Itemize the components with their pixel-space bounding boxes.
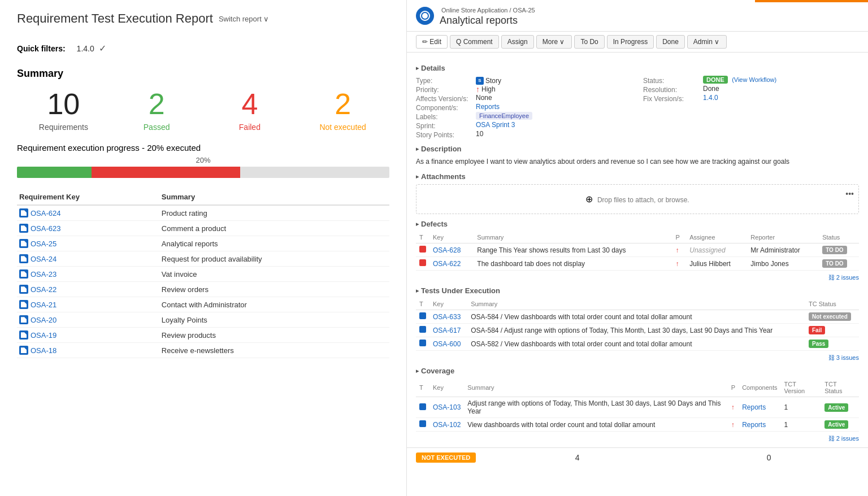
view-workflow-link[interactable]: (View Workflow): [732, 76, 776, 83]
attachments-section-header[interactable]: Attachments: [416, 172, 859, 181]
test-status-cell: Fail: [805, 324, 859, 337]
cov-tct-status-cell: Active: [821, 418, 859, 432]
cov-type-cell: [416, 418, 429, 432]
defects-section-header[interactable]: Defects: [416, 220, 859, 228]
priority-value: ↑ High: [476, 85, 496, 94]
edit-button[interactable]: ✏ Edit: [416, 35, 448, 49]
req-key-cell[interactable]: OSA-25: [17, 236, 159, 251]
req-icon: [19, 315, 28, 324]
test-key-cell[interactable]: OSA-617: [429, 324, 467, 337]
tests-col-t: T: [416, 298, 429, 310]
status-value: DONE (View Workflow): [703, 76, 776, 84]
attachments-drop-zone[interactable]: ••• ⊕ Drop files to attach, or browse.: [416, 184, 859, 214]
req-summary-cell: Product rating: [159, 205, 389, 221]
test-summary-cell: OSA-584 / View dashboards with total ord…: [467, 310, 805, 324]
coverage-issues-link[interactable]: ⛓ 2 issues: [416, 435, 859, 442]
status-label: Status:: [643, 76, 700, 85]
component-label: Component/s:: [416, 103, 472, 112]
drop-text: Drop files to attach, or browse.: [597, 196, 689, 204]
defects-issues-link[interactable]: ⛓ 2 issues: [416, 274, 859, 281]
table-row: OSA-25 Analytical reports: [17, 236, 389, 251]
description-section-header[interactable]: Description: [416, 145, 859, 153]
defect-type-cell: [416, 257, 429, 271]
details-section-header[interactable]: Details: [416, 64, 859, 72]
req-key-cell[interactable]: OSA-20: [17, 312, 159, 328]
req-icon: [19, 269, 28, 279]
defects-col-reporter: Reporter: [747, 232, 819, 243]
tests-section-header[interactable]: Tests Under Execution: [416, 286, 859, 295]
attachments-more-button[interactable]: •••: [845, 189, 854, 198]
breadcrumb[interactable]: Online Store Application / OSA-25: [440, 7, 859, 14]
table-row: OSA-23 Vat invoice: [17, 267, 389, 282]
coverage-section-header[interactable]: Coverage: [416, 367, 859, 375]
assign-button[interactable]: Assign: [501, 35, 534, 49]
req-key-cell[interactable]: OSA-18: [17, 343, 159, 358]
cov-key-cell[interactable]: OSA-103: [429, 397, 464, 418]
req-icon: [19, 224, 28, 233]
cov-tct-version-cell: 1: [781, 397, 822, 418]
req-key-cell[interactable]: OSA-624: [17, 205, 159, 221]
in-progress-button[interactable]: In Progress: [607, 35, 654, 49]
cov-summary-cell: Adjust range with options of Today, This…: [464, 397, 727, 418]
req-key-cell[interactable]: OSA-23: [17, 267, 159, 282]
stat-label-requirements: Requirements: [17, 123, 110, 132]
req-key-cell[interactable]: OSA-21: [17, 297, 159, 312]
more-button[interactable]: More ∨: [536, 35, 572, 49]
req-summary-cell: Loyalty Points: [159, 312, 389, 328]
stat-number-not-executed: 2: [296, 88, 389, 120]
resolution-label: Resolution:: [643, 85, 700, 94]
admin-button[interactable]: Admin ∨: [687, 35, 727, 49]
tests-issues-link[interactable]: ⛓ 3 issues: [416, 354, 859, 361]
jira-toolbar: ✏ Edit Q Comment Assign More ∨ To Do In …: [407, 32, 868, 53]
quick-filters: Quick filters: 1.4.0 ✓: [17, 43, 389, 54]
cov-col-p: P: [728, 378, 739, 397]
blue-test-icon: [419, 340, 426, 346]
req-key-cell[interactable]: OSA-623: [17, 221, 159, 236]
story-points-value: 10: [476, 130, 483, 138]
req-icon: [19, 239, 28, 248]
defect-key-cell[interactable]: OSA-622: [429, 257, 474, 271]
todo-button[interactable]: To Do: [574, 35, 604, 49]
req-key-cell[interactable]: OSA-19: [17, 328, 159, 343]
cov-col-summary: Summary: [464, 378, 727, 397]
table-row: OSA-633 OSA-584 / View dashboards with t…: [416, 310, 859, 324]
defect-key-cell[interactable]: OSA-628: [429, 243, 474, 257]
req-icon: [19, 208, 28, 217]
comment-button[interactable]: Q Comment: [450, 35, 499, 49]
cov-key-cell[interactable]: OSA-102: [429, 418, 464, 432]
req-icon: [19, 300, 28, 309]
description-text: As a finance employee I want to view ana…: [416, 156, 859, 167]
req-summary-cell: Receive e-newsletters: [159, 343, 389, 358]
test-key-cell[interactable]: OSA-633: [429, 310, 467, 324]
priority-label: Priority:: [416, 85, 472, 94]
req-key-cell[interactable]: OSA-24: [17, 251, 159, 267]
req-icon: [19, 346, 28, 355]
detail-priority: Priority: ↑ High: [416, 85, 632, 94]
defect-summary-cell: Range This Year shows results from Last …: [474, 243, 672, 257]
detail-fix-version: Fix Version/s: 1.4.0: [643, 94, 859, 103]
orange-bar: [755, 0, 868, 2]
test-status-cell: Not executed: [805, 310, 859, 324]
done-button[interactable]: Done: [656, 35, 685, 49]
defect-priority-cell: ↑: [672, 257, 687, 271]
defects-table: T Key Summary P Assignee Reporter Status…: [416, 232, 859, 271]
requirements-table: Requirement Key Summary OSA-624 Product …: [17, 189, 389, 358]
table-row: OSA-103 Adjust range with options of Tod…: [416, 397, 859, 418]
issue-title: Analytical reports: [440, 15, 859, 27]
filter-value[interactable]: 1.4.0 ✓: [77, 43, 106, 54]
defects-col-t: T: [416, 232, 429, 243]
stat-label-passed: Passed: [110, 123, 203, 132]
resolution-value: Done: [703, 85, 719, 93]
component-value: Reports: [476, 103, 500, 111]
stat-not-executed: 2 Not executed: [296, 88, 389, 132]
cov-col-components: Components: [739, 378, 780, 397]
req-key-cell[interactable]: OSA-22: [17, 282, 159, 297]
test-key-cell[interactable]: OSA-600: [429, 337, 467, 351]
table-row: OSA-21 Contact with Administrator: [17, 297, 389, 312]
type-value: S Story: [476, 76, 501, 85]
switch-report-button[interactable]: Switch report ∨: [219, 15, 269, 23]
defects-col-key: Key: [429, 232, 474, 243]
req-summary-cell: Review orders: [159, 282, 389, 297]
detail-status: Status: DONE (View Workflow): [643, 76, 859, 85]
cov-col-tct-status: TCT Status: [821, 378, 859, 397]
